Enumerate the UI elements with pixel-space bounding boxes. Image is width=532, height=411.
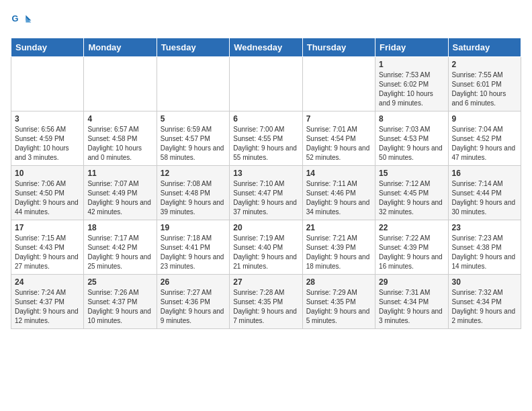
- calendar-header-row: SundayMondayTuesdayWednesdayThursdayFrid…: [11, 38, 521, 57]
- day-number: 22: [379, 223, 444, 232]
- svg-text:G: G: [12, 13, 19, 24]
- calendar-cell: [11, 57, 84, 111]
- calendar-cell: 18Sunrise: 7:17 AM Sunset: 4:42 PM Dayli…: [84, 220, 157, 275]
- day-info: Sunrise: 7:17 AM Sunset: 4:42 PM Dayligh…: [87, 234, 152, 271]
- day-number: 10: [15, 169, 80, 178]
- day-number: 27: [233, 277, 298, 287]
- calendar-cell: [157, 57, 229, 111]
- calendar-cell: 22Sunrise: 7:22 AM Sunset: 4:39 PM Dayli…: [375, 220, 448, 275]
- day-number: 28: [306, 277, 371, 287]
- calendar-cell: 25Sunrise: 7:26 AM Sunset: 4:37 PM Dayli…: [84, 275, 157, 329]
- day-info: Sunrise: 7:27 AM Sunset: 4:36 PM Dayligh…: [161, 288, 226, 326]
- calendar-cell: 23Sunrise: 7:23 AM Sunset: 4:38 PM Dayli…: [448, 220, 521, 275]
- calendar-cell: 11Sunrise: 7:07 AM Sunset: 4:49 PM Dayli…: [84, 166, 157, 220]
- day-info: Sunrise: 7:53 AM Sunset: 6:02 PM Dayligh…: [379, 71, 444, 108]
- day-info: Sunrise: 7:00 AM Sunset: 4:55 PM Dayligh…: [233, 125, 298, 163]
- calendar-cell: [302, 57, 375, 111]
- day-number: 29: [379, 277, 444, 287]
- calendar-header-tuesday: Tuesday: [157, 38, 229, 57]
- day-number: 23: [452, 223, 517, 232]
- day-number: 7: [306, 114, 371, 124]
- day-number: 16: [452, 169, 517, 178]
- calendar-cell: 8Sunrise: 7:03 AM Sunset: 4:53 PM Daylig…: [375, 111, 448, 166]
- calendar-cell: 5Sunrise: 6:59 AM Sunset: 4:57 PM Daylig…: [157, 111, 229, 166]
- calendar-cell: 2Sunrise: 7:55 AM Sunset: 6:01 PM Daylig…: [448, 57, 521, 111]
- calendar-cell: 13Sunrise: 7:10 AM Sunset: 4:47 PM Dayli…: [230, 166, 302, 220]
- calendar-header-sunday: Sunday: [11, 38, 84, 57]
- calendar-cell: [84, 57, 157, 111]
- day-info: Sunrise: 7:04 AM Sunset: 4:52 PM Dayligh…: [452, 125, 517, 163]
- calendar-cell: 1Sunrise: 7:53 AM Sunset: 6:02 PM Daylig…: [375, 57, 448, 111]
- calendar-cell: 6Sunrise: 7:00 AM Sunset: 4:55 PM Daylig…: [230, 111, 302, 166]
- day-number: 2: [452, 60, 517, 69]
- day-info: Sunrise: 7:14 AM Sunset: 4:44 PM Dayligh…: [452, 179, 517, 217]
- day-info: Sunrise: 7:22 AM Sunset: 4:39 PM Dayligh…: [379, 234, 444, 271]
- calendar-cell: 9Sunrise: 7:04 AM Sunset: 4:52 PM Daylig…: [448, 111, 521, 166]
- day-info: Sunrise: 7:32 AM Sunset: 4:34 PM Dayligh…: [452, 288, 517, 326]
- day-info: Sunrise: 7:12 AM Sunset: 4:45 PM Dayligh…: [379, 179, 444, 217]
- day-info: Sunrise: 7:11 AM Sunset: 4:46 PM Dayligh…: [306, 179, 371, 217]
- day-info: Sunrise: 7:55 AM Sunset: 6:01 PM Dayligh…: [452, 71, 517, 108]
- calendar-header-thursday: Thursday: [302, 38, 375, 57]
- calendar-cell: 20Sunrise: 7:19 AM Sunset: 4:40 PM Dayli…: [230, 220, 302, 275]
- day-number: 8: [379, 114, 444, 124]
- day-number: 6: [233, 114, 298, 124]
- day-number: 26: [161, 277, 226, 287]
- day-info: Sunrise: 7:03 AM Sunset: 4:53 PM Dayligh…: [379, 125, 444, 163]
- calendar-week-row: 3Sunrise: 6:56 AM Sunset: 4:59 PM Daylig…: [11, 111, 521, 166]
- day-info: Sunrise: 7:23 AM Sunset: 4:38 PM Dayligh…: [452, 234, 517, 271]
- calendar-cell: 3Sunrise: 6:56 AM Sunset: 4:59 PM Daylig…: [11, 111, 84, 166]
- day-number: 14: [306, 169, 371, 178]
- day-info: Sunrise: 7:19 AM Sunset: 4:40 PM Dayligh…: [233, 234, 298, 271]
- calendar-header-saturday: Saturday: [448, 38, 521, 57]
- day-info: Sunrise: 7:06 AM Sunset: 4:50 PM Dayligh…: [15, 179, 80, 217]
- day-info: Sunrise: 7:24 AM Sunset: 4:37 PM Dayligh…: [15, 288, 80, 326]
- calendar-week-row: 10Sunrise: 7:06 AM Sunset: 4:50 PM Dayli…: [11, 166, 521, 220]
- calendar-cell: 30Sunrise: 7:32 AM Sunset: 4:34 PM Dayli…: [448, 275, 521, 329]
- day-number: 18: [87, 223, 152, 232]
- day-number: 15: [379, 169, 444, 178]
- calendar-cell: 24Sunrise: 7:24 AM Sunset: 4:37 PM Dayli…: [11, 275, 84, 329]
- day-number: 21: [306, 223, 371, 232]
- calendar-cell: 7Sunrise: 7:01 AM Sunset: 4:54 PM Daylig…: [302, 111, 375, 166]
- calendar-cell: 15Sunrise: 7:12 AM Sunset: 4:45 PM Dayli…: [375, 166, 448, 220]
- day-number: 5: [161, 114, 226, 124]
- day-number: 11: [87, 169, 152, 178]
- calendar: SundayMondayTuesdayWednesdayThursdayFrid…: [11, 38, 521, 329]
- day-info: Sunrise: 6:59 AM Sunset: 4:57 PM Dayligh…: [161, 125, 226, 163]
- day-info: Sunrise: 7:26 AM Sunset: 4:37 PM Dayligh…: [87, 288, 152, 326]
- day-info: Sunrise: 6:56 AM Sunset: 4:59 PM Dayligh…: [15, 125, 80, 163]
- calendar-header-wednesday: Wednesday: [230, 38, 302, 57]
- day-info: Sunrise: 6:57 AM Sunset: 4:58 PM Dayligh…: [87, 125, 152, 163]
- day-info: Sunrise: 7:18 AM Sunset: 4:41 PM Dayligh…: [161, 234, 226, 271]
- calendar-cell: 28Sunrise: 7:29 AM Sunset: 4:35 PM Dayli…: [302, 275, 375, 329]
- calendar-cell: 4Sunrise: 6:57 AM Sunset: 4:58 PM Daylig…: [84, 111, 157, 166]
- page-header: G: [11, 11, 521, 32]
- day-number: 1: [379, 60, 444, 69]
- day-info: Sunrise: 7:10 AM Sunset: 4:47 PM Dayligh…: [233, 179, 298, 217]
- calendar-cell: 26Sunrise: 7:27 AM Sunset: 4:36 PM Dayli…: [157, 275, 229, 329]
- calendar-week-row: 17Sunrise: 7:15 AM Sunset: 4:43 PM Dayli…: [11, 220, 521, 275]
- calendar-cell: 14Sunrise: 7:11 AM Sunset: 4:46 PM Dayli…: [302, 166, 375, 220]
- day-number: 25: [87, 277, 152, 287]
- calendar-cell: 10Sunrise: 7:06 AM Sunset: 4:50 PM Dayli…: [11, 166, 84, 220]
- day-number: 30: [452, 277, 517, 287]
- calendar-header-monday: Monday: [84, 38, 157, 57]
- logo: G: [11, 11, 35, 32]
- day-number: 13: [233, 169, 298, 178]
- logo-icon: G: [11, 11, 32, 32]
- calendar-week-row: 1Sunrise: 7:53 AM Sunset: 6:02 PM Daylig…: [11, 57, 521, 111]
- day-number: 24: [15, 277, 80, 287]
- calendar-cell: [230, 57, 302, 111]
- day-info: Sunrise: 7:08 AM Sunset: 4:48 PM Dayligh…: [161, 179, 226, 217]
- day-info: Sunrise: 7:01 AM Sunset: 4:54 PM Dayligh…: [306, 125, 371, 163]
- calendar-cell: 17Sunrise: 7:15 AM Sunset: 4:43 PM Dayli…: [11, 220, 84, 275]
- day-info: Sunrise: 7:15 AM Sunset: 4:43 PM Dayligh…: [15, 234, 80, 271]
- calendar-cell: 12Sunrise: 7:08 AM Sunset: 4:48 PM Dayli…: [157, 166, 229, 220]
- calendar-cell: 29Sunrise: 7:31 AM Sunset: 4:34 PM Dayli…: [375, 275, 448, 329]
- day-info: Sunrise: 7:07 AM Sunset: 4:49 PM Dayligh…: [87, 179, 152, 217]
- day-number: 19: [161, 223, 226, 232]
- day-number: 17: [15, 223, 80, 232]
- calendar-cell: 16Sunrise: 7:14 AM Sunset: 4:44 PM Dayli…: [448, 166, 521, 220]
- calendar-header-friday: Friday: [375, 38, 448, 57]
